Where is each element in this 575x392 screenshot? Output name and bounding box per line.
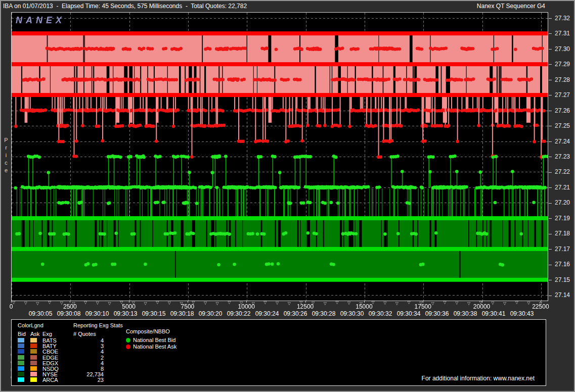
exchange-name: BATS xyxy=(42,337,57,344)
second-marker-icon: ▽ xyxy=(444,301,447,305)
x-time-tick-label: 09:30:36 xyxy=(425,310,449,317)
exchange-name: BATY xyxy=(42,343,57,349)
second-marker-icon: ▽ xyxy=(48,301,51,305)
x-tick-mark xyxy=(70,301,70,303)
x-quote-tick-label: 2500 xyxy=(63,303,77,310)
x-time-tick-label: 09:30:28 xyxy=(312,310,336,317)
y-tick-mark xyxy=(549,280,552,280)
ask-color-swatch xyxy=(30,366,37,371)
bid-color-swatch xyxy=(18,366,24,371)
exchange-quote-count: 3 xyxy=(62,343,104,349)
exchange-quote-count: 22,734 xyxy=(62,371,104,377)
window-title: IBA on 01/07/2013 - Elapsed Time: 45 Sec… xyxy=(3,3,247,10)
y-tick-label: 27.15 xyxy=(549,276,570,283)
second-marker-icon: ▽ xyxy=(383,301,386,305)
x-quote-tick-label: 22500 xyxy=(532,303,549,310)
x-time-tick-label: 09:30:10 xyxy=(85,310,109,317)
nbbo-label: National Best Ask xyxy=(133,344,176,350)
ask-color-swatch xyxy=(30,372,37,376)
x-time-tick-label: 09:30:26 xyxy=(284,310,307,317)
second-marker-icon: ▽ xyxy=(108,302,111,306)
y-tick-label: 27.16 xyxy=(549,261,570,268)
x-quote-tick-label: 17500 xyxy=(415,303,431,310)
second-marker-icon: ▽ xyxy=(503,302,506,306)
y-tick-mark xyxy=(549,203,552,204)
x-time-tick-label: 09:30:18 xyxy=(170,310,194,317)
second-marker-icon: ▽ xyxy=(36,302,39,306)
color-legend-header: ColorLgnd xyxy=(18,322,43,328)
x-tick-mark xyxy=(246,301,247,303)
y-tick-mark xyxy=(549,80,552,80)
x-tick-mark xyxy=(482,301,482,303)
bid-color-swatch xyxy=(18,355,24,360)
bid-color-swatch xyxy=(18,344,24,348)
app-window: IBA on 01/07/2013 - Elapsed Time: 45 Sec… xyxy=(0,0,575,392)
second-marker-icon: ▽ xyxy=(455,301,458,305)
x-time-tick-label: 09:30:32 xyxy=(369,310,392,317)
second-marker-icon: ▽ xyxy=(395,302,399,306)
x-time-tick-label: 09:30:38 xyxy=(454,310,477,317)
quote-chart-canvas[interactable] xyxy=(12,13,548,301)
exchange-quote-count: 8 xyxy=(62,366,104,372)
y-tick-label: 27.20 xyxy=(549,199,570,206)
second-marker-icon: ▽ xyxy=(24,301,27,305)
exchange-name: NSDQ xyxy=(42,366,59,372)
exchange-quote-count: 2 xyxy=(62,355,104,361)
quote-chart: NANEX xyxy=(11,12,548,301)
ask-column-header: Ask xyxy=(30,331,39,337)
second-marker-icon: ▽ xyxy=(467,302,470,306)
second-marker-icon: ▽ xyxy=(84,301,87,305)
exchange-name: CBOE xyxy=(42,349,58,355)
y-tick-mark xyxy=(549,187,552,188)
second-marker-icon: ▽ xyxy=(168,301,171,305)
ask-color-swatch xyxy=(30,361,37,365)
x-tick-mark xyxy=(423,301,423,303)
x-time-tick-label: 09:30:13 xyxy=(114,310,138,317)
y-tick-label: 27.25 xyxy=(549,122,570,129)
y-tick-mark xyxy=(549,218,552,219)
y-tick-mark xyxy=(549,141,552,142)
y-tick-label: 27.26 xyxy=(549,107,570,114)
bid-color-swatch xyxy=(18,372,24,376)
exchange-quote-count: 23 xyxy=(62,377,104,383)
second-marker-icon: ▽ xyxy=(216,302,219,306)
second-marker-icon: ▽ xyxy=(204,301,207,305)
title-bar: IBA on 01/07/2013 - Elapsed Time: 45 Sec… xyxy=(1,1,574,11)
y-tick-mark xyxy=(549,111,552,111)
y-tick-label: 27.31 xyxy=(549,30,570,37)
x-time-tick-label: 09:30:20 xyxy=(199,310,223,317)
nbbo-dot-icon xyxy=(126,338,130,342)
y-tick-label: 27.23 xyxy=(549,153,570,160)
second-marker-icon: ▽ xyxy=(324,302,327,306)
bid-color-swatch xyxy=(18,377,24,382)
y-tick-label: 27.18 xyxy=(549,230,570,237)
second-marker-icon: ▽ xyxy=(263,301,267,305)
exchange-name: EDGE xyxy=(42,355,58,361)
y-tick-label: 27.24 xyxy=(549,138,570,145)
y-tick-label: 27.29 xyxy=(549,61,570,68)
second-marker-icon: ▽ xyxy=(431,302,434,306)
quotes-column-header: # Quotes xyxy=(73,331,96,337)
x-quote-tick-label: 12500 xyxy=(297,303,314,310)
second-marker-icon: ▽ xyxy=(276,301,279,305)
y-tick-label: 27.32 xyxy=(549,15,570,22)
y-tick-mark xyxy=(549,95,552,95)
second-marker-icon: ▽ xyxy=(144,302,147,306)
x-time-tick-label: 09:30:22 xyxy=(227,310,251,317)
exchange-quote-count: 4 xyxy=(62,337,104,344)
x-time-tick-label: 09:30:41 xyxy=(482,310,506,317)
x-tick-mark xyxy=(11,301,12,303)
y-axis-title: Price xyxy=(3,136,10,174)
x-time-tick-label: 09:30:43 xyxy=(510,310,534,317)
x-quote-tick-label: 5000 xyxy=(122,303,136,310)
y-tick-mark xyxy=(549,249,552,250)
y-tick-label: 27.30 xyxy=(549,45,570,53)
ask-color-swatch xyxy=(30,349,37,354)
ask-color-swatch xyxy=(30,355,37,360)
exchange-row: ARCA23 xyxy=(18,377,139,383)
y-tick-label: 27.14 xyxy=(549,291,570,299)
second-marker-icon: ▽ xyxy=(156,301,159,305)
exchange-name: ARCA xyxy=(42,377,58,383)
second-marker-icon: ▽ xyxy=(335,301,338,305)
exchange-quote-count: 4 xyxy=(62,349,104,355)
